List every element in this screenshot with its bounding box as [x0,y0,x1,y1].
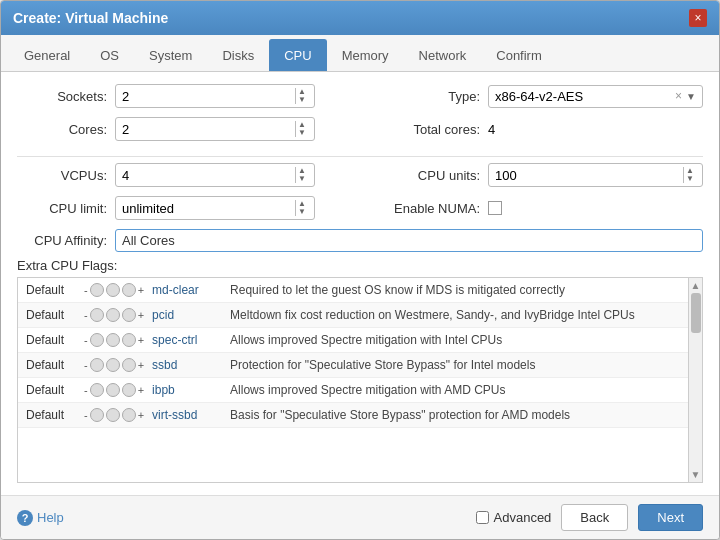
flag-plus-4[interactable]: + [138,384,144,396]
help-icon: ? [17,510,33,526]
cpu-units-label: CPU units: [370,168,480,183]
scrollbar[interactable]: ▲ ▼ [688,278,702,482]
tab-general[interactable]: General [9,39,85,71]
cpu-limit-spinner[interactable]: ▲ ▼ [295,200,308,216]
flag-plus-3[interactable]: + [138,359,144,371]
flag-on-5[interactable] [122,408,136,422]
type-value: x86-64-v2-AES [495,89,675,104]
flag-off-1[interactable] [90,308,104,322]
sockets-input[interactable]: ▲ ▼ [115,84,315,108]
flag-minus-0[interactable]: - [84,284,88,296]
flag-mid-2[interactable] [106,333,120,347]
flag-on-4[interactable] [122,383,136,397]
flag-mid-1[interactable] [106,308,120,322]
cores-spinner[interactable]: ▲ ▼ [295,121,308,137]
flag-off-0[interactable] [90,283,104,297]
flag-minus-3[interactable]: - [84,359,88,371]
flag-plus-2[interactable]: + [138,334,144,346]
cpu-limit-label: CPU limit: [17,201,107,216]
tab-network[interactable]: Network [404,39,482,71]
flag-toggle-5[interactable]: - + [84,408,144,422]
vcpus-down[interactable]: ▼ [298,175,306,183]
next-button[interactable]: Next [638,504,703,531]
sockets-spinner[interactable]: ▲ ▼ [295,88,308,104]
scroll-thumb[interactable] [691,293,701,333]
type-dropdown-icon[interactable]: ▼ [686,91,696,102]
flag-name-3: ssbd [152,358,222,372]
help-button[interactable]: ? Help [17,510,64,526]
vcpus-spinner[interactable]: ▲ ▼ [295,167,308,183]
scroll-down-icon[interactable]: ▼ [691,469,701,480]
flag-desc-4: Allows improved Spectre mitigation with … [230,383,680,397]
enable-numa-checkbox[interactable] [488,201,502,215]
vcpus-input[interactable]: ▲ ▼ [115,163,315,187]
sockets-down[interactable]: ▼ [298,96,306,104]
content-area: Sockets: ▲ ▼ Type: x86-64-v2-AES × ▼ [1,72,719,495]
flag-name-5: virt-ssbd [152,408,222,422]
flag-plus-0[interactable]: + [138,284,144,296]
cpu-limit-down[interactable]: ▼ [298,208,306,216]
flag-toggle-0[interactable]: - + [84,283,144,297]
flag-mid-0[interactable] [106,283,120,297]
flag-plus-5[interactable]: + [138,409,144,421]
flag-toggle-4[interactable]: - + [84,383,144,397]
footer: ? Help Advanced Back Next [1,495,719,539]
flag-off-3[interactable] [90,358,104,372]
tab-disks[interactable]: Disks [207,39,269,71]
flag-on-0[interactable] [122,283,136,297]
tab-cpu[interactable]: CPU [269,39,326,71]
flag-toggle-2[interactable]: - + [84,333,144,347]
help-label: Help [37,510,64,525]
close-button[interactable]: × [689,9,707,27]
vcpus-field[interactable] [122,168,295,183]
flag-toggle-3[interactable]: - + [84,358,144,372]
total-cores-label: Total cores: [370,122,480,137]
flag-off-4[interactable] [90,383,104,397]
table-row: Default - + pcid Meltdown fix cost reduc… [18,303,688,328]
type-select[interactable]: x86-64-v2-AES × ▼ [488,85,703,108]
cores-input[interactable]: ▲ ▼ [115,117,315,141]
cpu-units-down[interactable]: ▼ [686,175,694,183]
tab-os[interactable]: OS [85,39,134,71]
flag-minus-2[interactable]: - [84,334,88,346]
flag-off-5[interactable] [90,408,104,422]
scroll-up-icon[interactable]: ▲ [691,280,701,291]
cpu-affinity-label: CPU Affinity: [17,233,107,248]
flag-name-0: md-clear [152,283,222,297]
enable-numa-label: Enable NUMA: [370,201,480,216]
cpu-limit-field[interactable] [122,201,295,216]
flag-plus-1[interactable]: + [138,309,144,321]
title-bar: Create: Virtual Machine × [1,1,719,35]
flag-mid-4[interactable] [106,383,120,397]
tab-confirm[interactable]: Confirm [481,39,557,71]
tab-system[interactable]: System [134,39,207,71]
sockets-label: Sockets: [17,89,107,104]
cpu-units-field[interactable] [495,168,683,183]
back-button[interactable]: Back [561,504,628,531]
cpu-units-input[interactable]: ▲ ▼ [488,163,703,187]
flag-off-2[interactable] [90,333,104,347]
flag-minus-1[interactable]: - [84,309,88,321]
cores-down[interactable]: ▼ [298,129,306,137]
flag-on-3[interactable] [122,358,136,372]
flag-minus-4[interactable]: - [84,384,88,396]
type-clear-icon[interactable]: × [675,89,682,103]
flag-on-1[interactable] [122,308,136,322]
flag-minus-5[interactable]: - [84,409,88,421]
flag-on-2[interactable] [122,333,136,347]
sockets-field[interactable] [122,89,295,104]
flag-default-5: Default [26,408,76,422]
flag-name-2: spec-ctrl [152,333,222,347]
cores-field[interactable] [122,122,295,137]
flag-mid-5[interactable] [106,408,120,422]
cpu-units-spinner[interactable]: ▲ ▼ [683,167,696,183]
cpu-limit-input[interactable]: ▲ ▼ [115,196,315,220]
flag-mid-3[interactable] [106,358,120,372]
advanced-label[interactable]: Advanced [476,510,552,525]
tab-memory[interactable]: Memory [327,39,404,71]
flag-toggle-1[interactable]: - + [84,308,144,322]
table-row: Default - + ibpb Allows improved Spectre… [18,378,688,403]
dialog-title: Create: Virtual Machine [13,10,168,26]
advanced-checkbox[interactable] [476,511,489,524]
cpu-affinity-input[interactable] [115,229,703,252]
